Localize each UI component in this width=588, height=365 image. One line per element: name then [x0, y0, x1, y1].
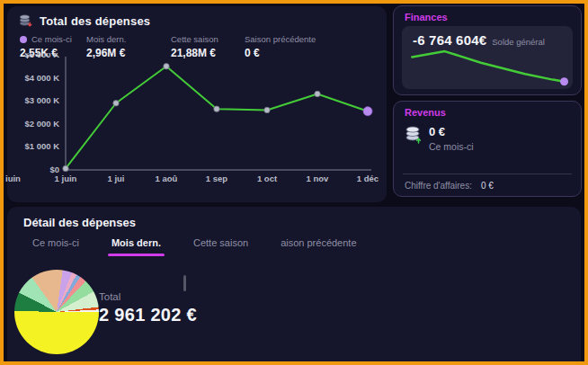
x-axis-tick: 1 oct — [242, 174, 292, 183]
tab-cette-saison[interactable]: Cette saison — [190, 236, 252, 256]
x-axis-tick: 1 juin — [40, 174, 91, 183]
finances-card-title: Finances — [405, 12, 448, 22]
finances-balance-panel[interactable]: -6 764 604€ Solde général — [402, 26, 573, 89]
pie-total-label: Total — [99, 291, 197, 302]
legend-stat-label: Mois dern. — [86, 34, 171, 44]
line-chart-svg — [64, 53, 379, 175]
balance-label: Solde général — [492, 37, 545, 47]
coins-revenue-icon — [405, 125, 423, 145]
x-axis-tick: 1 jui — [91, 174, 141, 183]
revenus-card-title: Revenus — [405, 107, 446, 118]
turnover-label: Chiffre d'affaires: — [405, 181, 472, 191]
ce-mois-ci-dot — [20, 36, 27, 43]
x-axis-tick: 1 aoû — [141, 174, 192, 183]
pie-total-value: 2 961 202 € — [99, 305, 197, 325]
y-axis-tick: $4 000 K — [18, 72, 59, 84]
y-axis-tick: $2 000 K — [18, 118, 59, 129]
y-axis-tick: $3 000 K — [18, 94, 59, 106]
legend-scrollbar-thumb[interactable] — [183, 275, 186, 291]
x-axis-tick: 1 nov — [292, 174, 343, 183]
detail-card-title: Détail des dépenses — [23, 216, 136, 229]
finances-card: Finances -6 764 604€ Solde général — [393, 5, 582, 95]
x-axis-tick: 1 sep — [192, 174, 242, 183]
dashboard-viewport: Total des dépenses Ce mois-ci2,55K €Mois… — [0, 0, 588, 365]
finances-sparkline-chart — [405, 49, 569, 87]
tab-aison-pr-c-dente[interactable]: aison précédente — [277, 236, 360, 256]
legend-stat-label: Saison précédente — [245, 34, 361, 44]
tab-ce-mois-ci[interactable]: Ce mois-ci — [29, 236, 83, 256]
clipped-x-axis-label: iuin — [5, 174, 21, 183]
legend-stat-label: Ce mois-ci — [20, 34, 86, 44]
coins-expense-icon — [18, 13, 33, 29]
detail-card: Détail des dépenses Ce mois-ciMois dern.… — [7, 207, 581, 361]
y-axis-tick: $5 000 K — [18, 53, 59, 60]
turnover-value: 0 € — [481, 181, 494, 191]
tab-mois-dern-[interactable]: Mois dern. — [108, 236, 165, 256]
period-tabs: Ce mois-ciMois dern.Cette saisonaison pr… — [29, 236, 361, 256]
expenses-card-title: Total des dépenses — [40, 14, 150, 28]
revenus-card: Revenus 0 € Ce mois-ci Chiffre d'affaire… — [393, 101, 582, 197]
y-axis-tick: $1 000 K — [18, 140, 59, 152]
revenue-period: Ce mois-ci — [429, 141, 474, 152]
balance-value: -6 764 604€ — [413, 32, 486, 48]
expenses-pie-chart[interactable] — [14, 270, 99, 354]
x-axis-tick: 1 déc — [343, 174, 381, 183]
revenus-divider — [403, 174, 572, 174]
pie-total-block: Total 2 961 202 € — [99, 291, 197, 325]
expenses-line-chart[interactable]: $5 000 K$4 000 K$3 000 K$2 000 K$1 000 K… — [18, 53, 381, 188]
legend-stat-label: Cette saison — [171, 34, 245, 44]
expenses-card-header: Total des dépenses — [18, 13, 150, 29]
expenses-card: Total des dépenses Ce mois-ci2,55K €Mois… — [7, 6, 387, 202]
revenue-amount: 0 € — [429, 125, 474, 138]
